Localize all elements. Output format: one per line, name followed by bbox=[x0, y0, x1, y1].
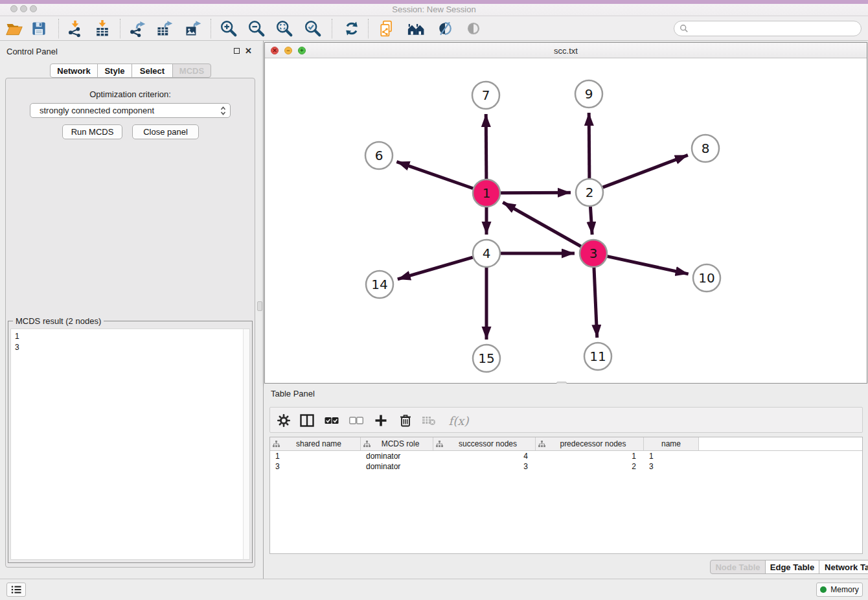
home-overview-icon[interactable] bbox=[405, 17, 428, 40]
search-input[interactable] bbox=[674, 21, 862, 36]
tab-mcds[interactable]: MCDS bbox=[172, 63, 211, 78]
create-column-icon[interactable] bbox=[372, 412, 389, 429]
apply-layout-icon[interactable] bbox=[341, 17, 363, 40]
table-cell: 3 bbox=[433, 461, 536, 472]
result-line: 3 bbox=[15, 342, 246, 353]
run-mcds-button[interactable]: Run MCDS bbox=[62, 124, 122, 139]
tab-select[interactable]: Select bbox=[131, 63, 173, 78]
graph-node-label: 4 bbox=[483, 246, 491, 261]
memory-label: Memory bbox=[830, 585, 858, 594]
export-network-icon[interactable] bbox=[126, 17, 148, 40]
graph-node-label: 15 bbox=[478, 351, 494, 366]
tab-network[interactable]: Network bbox=[50, 63, 98, 78]
hierarchy-icon bbox=[538, 441, 545, 448]
task-list-icon bbox=[11, 585, 21, 594]
status-bar: Memory bbox=[0, 579, 868, 600]
column-header-name[interactable]: name bbox=[644, 437, 699, 450]
column-header-MCDS-role[interactable]: MCDS role bbox=[361, 437, 433, 450]
network-view-window: ✕ − + scc.txt 1234678910111415 bbox=[264, 42, 867, 384]
graph-edge-2-8[interactable] bbox=[603, 155, 688, 187]
application-window: Session: New Session bbox=[0, 0, 868, 600]
graph-node-label: 2 bbox=[586, 185, 594, 200]
optimization-criterion-label: Optimization criterion: bbox=[6, 89, 255, 99]
graph-node-label: 1 bbox=[483, 185, 491, 201]
node-table-body: 1dominator4113dominator323 bbox=[270, 451, 862, 472]
graph-edge-1-7[interactable] bbox=[486, 114, 486, 179]
tab-network-table[interactable]: Network Table bbox=[819, 560, 868, 574]
toolbar-separator bbox=[368, 19, 369, 38]
toolbar-separator bbox=[58, 19, 59, 38]
table-cell: 2 bbox=[536, 461, 644, 472]
vertical-splitter-handle[interactable] bbox=[257, 301, 262, 311]
toolbar-separator bbox=[120, 19, 120, 38]
graph-node-label: 8 bbox=[702, 141, 710, 156]
graph-edge-3-11[interactable] bbox=[594, 268, 597, 338]
zoom-fit-icon[interactable] bbox=[273, 17, 295, 40]
graph-node-label: 6 bbox=[375, 148, 383, 163]
float-panel-icon[interactable] bbox=[234, 48, 240, 54]
graph-edge-2-3[interactable] bbox=[590, 207, 592, 235]
graph-node-label: 14 bbox=[371, 277, 387, 292]
export-table-icon[interactable] bbox=[154, 17, 176, 40]
tab-style[interactable]: Style bbox=[97, 63, 132, 78]
deselect-all-columns-icon[interactable] bbox=[348, 412, 365, 429]
column-header-predecessor-nodes[interactable]: predecessor nodes bbox=[536, 437, 644, 450]
task-history-button[interactable] bbox=[6, 583, 26, 597]
network-graph[interactable]: 1234678910111415 bbox=[265, 58, 867, 383]
result-scrollbar[interactable] bbox=[243, 329, 249, 559]
graph-edge-4-14[interactable] bbox=[398, 257, 473, 279]
network-window-titlebar[interactable]: ✕ − + scc.txt bbox=[265, 43, 867, 58]
close-panel-button[interactable]: Close panel bbox=[132, 124, 199, 139]
import-network-icon[interactable] bbox=[64, 17, 86, 40]
mcds-result-group: MCDS result (2 nodes) 1 3 bbox=[8, 321, 253, 563]
import-table-icon[interactable] bbox=[91, 17, 113, 40]
tab-edge-table[interactable]: Edge Table bbox=[765, 560, 819, 574]
table-cell: 1 bbox=[270, 451, 361, 461]
control-panel: Control Panel ✕ Network Style Select MCD… bbox=[0, 41, 264, 579]
zoom-in-icon[interactable] bbox=[218, 17, 240, 40]
table-options-icon[interactable] bbox=[275, 412, 292, 429]
control-panel-tabs: Network Style Select MCDS bbox=[50, 63, 211, 78]
export-image-icon[interactable] bbox=[182, 17, 204, 40]
graph-edge-3-10[interactable] bbox=[607, 257, 688, 274]
function-builder-icon: f(x) bbox=[446, 412, 471, 429]
zoom-selected-icon[interactable] bbox=[302, 17, 324, 40]
mcds-result-textarea[interactable]: 1 3 bbox=[10, 329, 250, 560]
zoom-out-icon[interactable] bbox=[246, 17, 268, 40]
hierarchy-icon bbox=[363, 441, 371, 448]
delete-columns-icon[interactable] bbox=[397, 412, 414, 429]
table-row[interactable]: 1dominator411 bbox=[270, 451, 862, 461]
table-cell: 4 bbox=[433, 451, 536, 461]
table-cell: 3 bbox=[644, 461, 699, 472]
graph-edge-1-2[interactable] bbox=[501, 192, 571, 193]
column-header-shared-name[interactable]: shared name bbox=[270, 437, 361, 450]
close-panel-icon[interactable]: ✕ bbox=[245, 47, 252, 54]
graph-node-label: 11 bbox=[589, 349, 606, 364]
graph-edge-1-6[interactable] bbox=[396, 162, 473, 189]
node-table: shared nameMCDS rolesuccessor nodesprede… bbox=[269, 437, 863, 554]
tab-node-table[interactable]: Node Table bbox=[710, 560, 766, 574]
select-all-columns-icon[interactable] bbox=[323, 412, 340, 429]
network-canvas[interactable]: 1234678910111415 bbox=[265, 58, 867, 383]
clone-network-icon[interactable] bbox=[376, 17, 398, 40]
memory-button[interactable]: Memory bbox=[816, 583, 863, 597]
graph-edge-3-1[interactable] bbox=[503, 202, 581, 246]
table-tabs: Node Table Edge Table Network Table Moti… bbox=[710, 560, 868, 574]
table-cell: dominator bbox=[361, 451, 433, 461]
hierarchy-icon bbox=[273, 441, 280, 448]
table-row[interactable]: 3dominator323 bbox=[270, 461, 862, 472]
select-stepper-icon bbox=[220, 106, 226, 116]
mcds-result-lines: 1 3 bbox=[11, 329, 249, 355]
result-line: 1 bbox=[15, 331, 246, 342]
criterion-select[interactable]: strongly connected component bbox=[30, 103, 231, 118]
show-column-panel-icon[interactable] bbox=[299, 412, 315, 429]
main-toolbar bbox=[0, 16, 868, 41]
hide-selected-icon[interactable] bbox=[434, 17, 456, 40]
graph-edge-2-9[interactable] bbox=[589, 113, 589, 178]
network-view-title: scc.txt bbox=[265, 46, 867, 56]
toolbar-separator bbox=[332, 19, 332, 38]
table-toolbar: f(x) bbox=[269, 407, 863, 433]
save-session-icon[interactable] bbox=[28, 17, 50, 40]
column-header-successor-nodes[interactable]: successor nodes bbox=[433, 437, 536, 450]
open-session-icon[interactable] bbox=[3, 17, 25, 40]
